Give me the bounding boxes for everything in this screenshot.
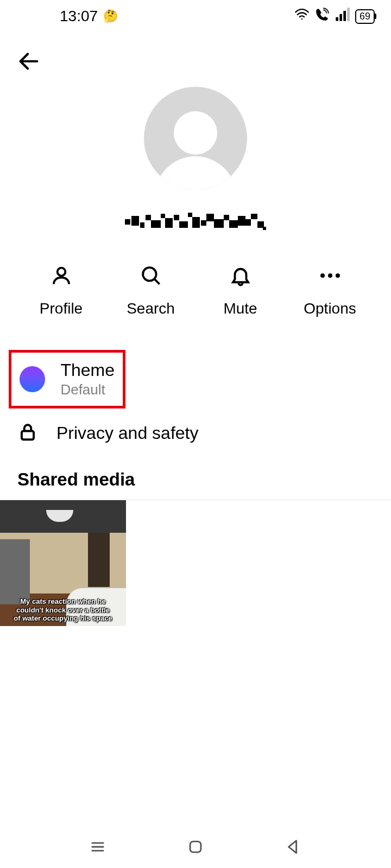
svg-rect-2: [343, 11, 346, 21]
caption-line-1: My cats reaction when he: [20, 597, 106, 606]
svg-rect-1: [339, 14, 342, 21]
profile-header: [0, 81, 391, 233]
status-emoji-icon: 🤔: [103, 9, 118, 23]
shared-media-header: Shared media: [0, 457, 391, 500]
caption-line-3: of water occupying his space: [14, 614, 112, 623]
media-caption: My cats reaction when he couldn't knock …: [0, 597, 126, 623]
phone-call-icon: [315, 8, 329, 25]
mute-action[interactable]: Mute: [195, 263, 285, 317]
settings-list: Theme Default Privacy and safety: [0, 350, 391, 457]
privacy-row[interactable]: Privacy and safety: [0, 409, 391, 457]
lock-icon: [17, 422, 38, 444]
svg-point-5: [143, 267, 156, 281]
header: [0, 33, 391, 81]
search-icon: [140, 263, 162, 288]
nav-back[interactable]: [284, 838, 302, 858]
theme-swatch-icon: [20, 366, 45, 392]
svg-rect-7: [190, 841, 201, 852]
privacy-title: Privacy and safety: [56, 423, 198, 443]
system-nav-bar: [0, 838, 391, 858]
profile-action-label: Profile: [40, 300, 83, 317]
profile-action[interactable]: Profile: [16, 263, 106, 317]
nav-home[interactable]: [186, 838, 205, 858]
theme-row[interactable]: Theme Default: [9, 350, 125, 409]
signal-icon: [335, 7, 350, 26]
status-time: 13:07: [60, 8, 98, 25]
svg-point-4: [57, 268, 65, 276]
options-action[interactable]: Options: [285, 263, 375, 317]
svg-rect-6: [22, 431, 34, 439]
action-row: Profile Search Mute Options: [0, 263, 391, 317]
status-bar: 13:07 🤔 69: [0, 0, 391, 33]
search-action[interactable]: Search: [106, 263, 195, 317]
wifi-icon: [294, 7, 310, 26]
caption-line-2: couldn't knock over a bottle: [16, 606, 110, 615]
username-redacted: [125, 212, 266, 233]
dots-icon: [320, 263, 340, 288]
theme-text: Theme Default: [60, 360, 115, 398]
theme-subtitle: Default: [60, 381, 115, 398]
status-left: 13:07 🤔: [60, 8, 118, 25]
options-action-label: Options: [304, 300, 356, 317]
back-button[interactable]: [16, 49, 375, 76]
svg-rect-0: [336, 17, 338, 21]
nav-recents[interactable]: [89, 838, 107, 858]
battery-level: 69: [355, 9, 375, 24]
svg-rect-3: [347, 8, 350, 21]
shared-media-grid: My cats reaction when he couldn't knock …: [0, 500, 391, 626]
theme-title: Theme: [60, 360, 115, 380]
person-icon: [50, 263, 73, 288]
mute-action-label: Mute: [223, 300, 257, 317]
avatar[interactable]: [144, 87, 247, 190]
status-right: 69: [294, 7, 375, 26]
media-thumbnail[interactable]: My cats reaction when he couldn't knock …: [0, 500, 126, 626]
bell-icon: [229, 263, 252, 288]
search-action-label: Search: [127, 300, 175, 317]
